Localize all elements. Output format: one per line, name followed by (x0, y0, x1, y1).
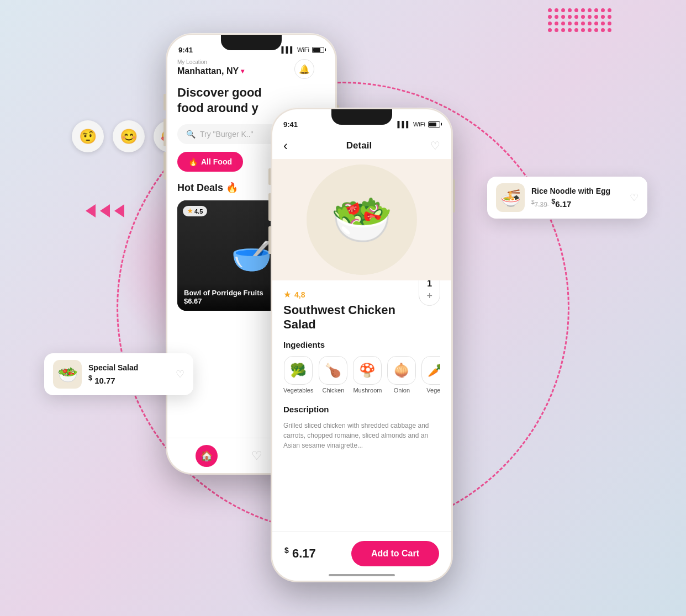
star-icon: ★ (187, 208, 193, 215)
quantity-value: 1 (427, 280, 432, 289)
front-time: 9:41 (283, 120, 298, 129)
signal-icon: ▌▌▌ (282, 46, 294, 53)
front-signal-icon: ▌▌▌ (398, 121, 410, 128)
salad-card-info: Special Salad $ 10.77 (88, 363, 169, 385)
rice-card-heart[interactable]: ♡ (630, 192, 638, 204)
silent-button (163, 94, 166, 110)
salad-card-price: $ 10.77 (88, 374, 169, 385)
rice-emoji: 🍜 (500, 188, 521, 208)
rating-badge: ★ 4.5 (183, 206, 207, 216)
rice-card-name: Rice Noodle with Egg (531, 187, 623, 195)
home-nav-icon[interactable]: 🏠 (196, 445, 218, 467)
front-power-button (453, 179, 455, 213)
front-wifi-icon: WiFi (413, 121, 425, 128)
chevron-down-icon[interactable]: ▾ (241, 67, 244, 75)
salad-card-heart[interactable]: ♡ (176, 368, 184, 380)
price-value: 6.17 (292, 546, 316, 560)
front-phone-notch (331, 109, 392, 125)
vegetables-icon: 🥦 (284, 356, 313, 385)
mushroom-icon: 🍄 (353, 356, 382, 385)
search-placeholder: Try "Burger K.." (200, 130, 254, 139)
rating-star-icon: ★ (283, 289, 291, 300)
salad-price-value: 10.77 (94, 376, 115, 385)
ingredients-section-title: Ingedients (283, 340, 440, 349)
volume-down-button (163, 152, 166, 179)
front-status-icons: ▌▌▌ WiFi (398, 121, 440, 128)
veget-icon: 🥕 (421, 356, 440, 385)
price-display: $ 6.17 (284, 546, 316, 561)
front-volume-down-button (268, 226, 271, 254)
quantity-plus[interactable]: + (426, 291, 432, 301)
detail-header: ‹ Detail ♡ (272, 134, 451, 159)
front-silent-button (268, 168, 271, 185)
rice-new-price: $6.17 (551, 199, 571, 209)
rice-card-image: 🍜 (496, 183, 525, 212)
back-status-icons: ▌▌▌ WiFi (282, 46, 324, 53)
front-bottom-bar: $ 6.17 Add to Cart (272, 531, 451, 581)
rating-value: 4.5 (194, 208, 203, 215)
front-phone: 9:41 ▌▌▌ WiFi ‹ Detail ♡ 🥗 (271, 108, 453, 582)
quantity-control[interactable]: − 1 + (419, 280, 440, 306)
front-volume-up-button (268, 193, 271, 221)
mushroom-label: Mushroom (353, 387, 382, 394)
description-text: Grilled sliced chicken with shredded cab… (283, 421, 440, 450)
salad-emoji: 🥗 (57, 365, 78, 384)
dish-name: Southwest Chicken Salad (283, 303, 419, 332)
arrow-icon-1 (86, 204, 96, 217)
rice-old-price: $7.39 (531, 201, 549, 209)
ingredient-vegetables[interactable]: 🥦 Vegetables (283, 356, 313, 394)
food-image-bg: 🥗 (307, 164, 417, 275)
ingredient-veget[interactable]: 🥕 Vege... (421, 356, 440, 394)
front-phone-frame: 9:41 ▌▌▌ WiFi ‹ Detail ♡ 🥗 (271, 108, 453, 582)
favorites-nav-icon[interactable]: ♡ (251, 449, 262, 463)
detail-title: Detail (346, 140, 372, 151)
salad-dollar-sign: $ (88, 374, 92, 382)
salad-float-card: 🥗 Special Salad $ 10.77 ♡ (44, 353, 193, 395)
onion-icon: 🧅 (387, 356, 416, 385)
chicken-label: Chicken (323, 387, 345, 394)
food-image: 🥗 (331, 191, 393, 249)
emoji-bubble-1: 🤨 (72, 120, 104, 152)
vegetables-label: Vegetables (283, 387, 313, 394)
onion-label: Onion (394, 387, 410, 394)
ingredient-onion[interactable]: 🧅 Onion (387, 356, 416, 394)
arrow-decorations (86, 204, 124, 217)
rice-card-price-row: $7.39 $6.17 (531, 198, 623, 209)
notification-bell[interactable]: 🔔 (294, 59, 314, 79)
home-indicator (329, 574, 395, 576)
food-card-price-value: 6.67 (188, 297, 202, 305)
back-button[interactable]: ‹ (283, 138, 288, 153)
ingredient-chicken[interactable]: 🍗 Chicken (319, 356, 347, 394)
battery-icon (312, 47, 324, 53)
chicken-icon: 🍗 (319, 356, 347, 385)
favorite-button[interactable]: ♡ (430, 139, 440, 152)
ingredients-list: 🥦 Vegetables 🍗 Chicken 🍄 Mushroom 🧅 Onio… (283, 356, 440, 394)
volume-up-button (163, 119, 166, 146)
rice-card-info: Rice Noodle with Egg $7.39 $6.17 (531, 187, 623, 209)
ingredient-mushroom[interactable]: 🍄 Mushroom (353, 356, 382, 394)
dot-pattern-decoration (548, 8, 614, 32)
wifi-icon: WiFi (297, 46, 309, 53)
emoji-bubble-2: 😊 (113, 120, 145, 152)
city-name: Manhattan, NY (177, 66, 239, 76)
veget-label: Vege... (426, 387, 440, 394)
front-phone-screen: 9:41 ▌▌▌ WiFi ‹ Detail ♡ 🥗 (272, 109, 451, 581)
rice-float-card: 🍜 Rice Noodle with Egg $7.39 $6.17 ♡ (487, 177, 647, 219)
arrow-icon-2 (100, 204, 110, 217)
rating-row: ★ 4,8 (283, 289, 419, 300)
rating-value: 4,8 (294, 290, 305, 299)
back-phone-notch (221, 35, 282, 50)
salad-card-image: 🥗 (53, 360, 82, 389)
all-food-button[interactable]: 🔥 All Food (177, 152, 243, 172)
detail-content: ★ 4,8 Southwest Chicken Salad − 1 + Inge… (272, 280, 451, 514)
back-time: 9:41 (178, 46, 193, 54)
all-food-label: All Food (201, 157, 232, 166)
food-image-container: 🥗 (272, 159, 451, 280)
front-battery-icon (428, 121, 440, 128)
salad-card-name: Special Salad (88, 363, 169, 372)
description-section-title: Description (283, 405, 440, 414)
arrow-icon-3 (114, 204, 124, 217)
fire-icon: 🔥 (188, 157, 198, 166)
add-to-cart-button[interactable]: Add to Cart (351, 541, 439, 566)
price-dollar-sign: $ (284, 546, 289, 555)
